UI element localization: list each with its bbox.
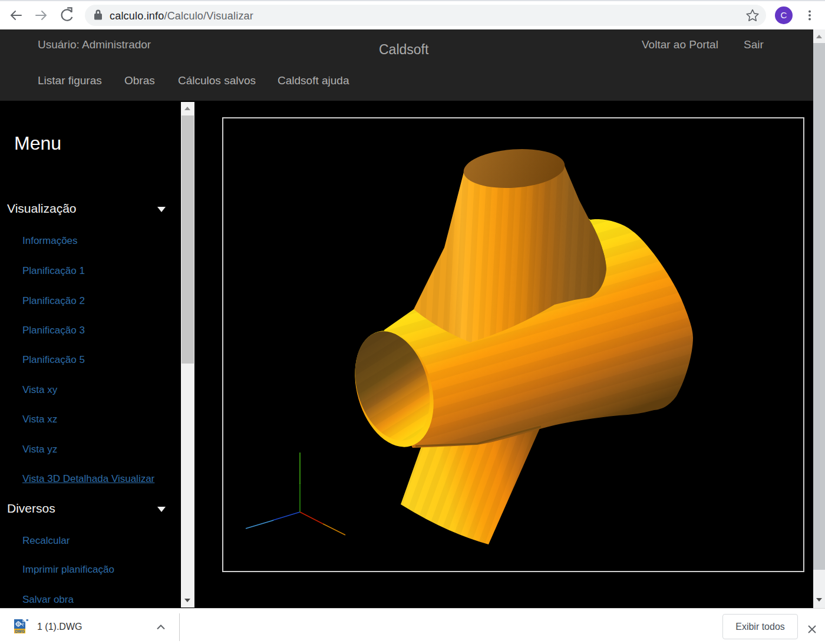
svg-text:DWG: DWG bbox=[15, 629, 25, 633]
